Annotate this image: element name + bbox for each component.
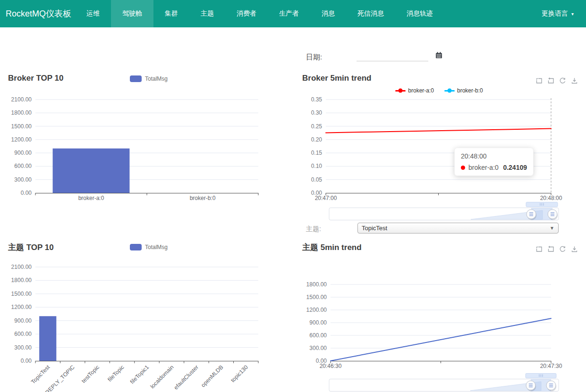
tab-topic[interactable]: 主题 bbox=[189, 0, 225, 27]
broker-trend-title: Broker 5min trend bbox=[302, 74, 371, 83]
svg-text:600.00: 600.00 bbox=[309, 332, 327, 339]
refresh-icon[interactable] bbox=[559, 77, 567, 85]
zoom-reset-icon[interactable] bbox=[547, 77, 555, 85]
tooltip-time: 20:48:00 bbox=[461, 152, 527, 160]
svg-text:0.20: 0.20 bbox=[311, 136, 323, 143]
svg-text:TopicTest: TopicTest bbox=[30, 364, 51, 385]
svg-text:900.00: 900.00 bbox=[309, 319, 327, 326]
svg-text:fileTopic1: fileTopic1 bbox=[129, 364, 151, 385]
svg-text:1500.00: 1500.00 bbox=[11, 291, 32, 297]
svg-text:0.10: 0.10 bbox=[311, 163, 323, 169]
topic-top10-bar-chart[interactable]: 0.00300.00600.00900.001200.001500.001800… bbox=[0, 259, 264, 392]
svg-text:topic130: topic130 bbox=[229, 364, 249, 384]
legend-dot bbox=[399, 89, 403, 93]
topic-select[interactable]: TopicTest ▼ bbox=[357, 223, 559, 234]
legend-label: TotalMsg bbox=[145, 75, 168, 82]
chevron-down-icon: ▼ bbox=[550, 225, 554, 231]
broker-top10-legend[interactable]: TotalMsg bbox=[130, 75, 168, 82]
legend-label: TotalMsg bbox=[145, 244, 168, 250]
calendar-icon[interactable] bbox=[435, 51, 443, 59]
topic-trend-datazoom-slider[interactable] bbox=[328, 373, 560, 392]
broker-trend-line-chart[interactable]: 0.000.050.100.150.200.250.300.3520:47:00… bbox=[302, 93, 586, 204]
tooltip-value: 0.24109 bbox=[503, 164, 527, 171]
rocketmq-dashboard: { "colors": { "navbar_bg": "#0C9C8A", "b… bbox=[0, 0, 586, 392]
svg-text:1500.00: 1500.00 bbox=[306, 294, 327, 300]
topic-label: 主题: bbox=[306, 225, 321, 234]
tab-dashboard[interactable]: 驾驶舱 bbox=[111, 0, 153, 27]
tab-ops[interactable]: 运维 bbox=[75, 0, 111, 27]
broker-top10-title: Broker TOP 10 bbox=[8, 74, 64, 83]
svg-text:openMLDB: openMLDB bbox=[200, 364, 224, 388]
language-switcher[interactable]: 更换语言 ▾ bbox=[542, 0, 574, 27]
legend-item-broker-a[interactable]: broker-a:0 bbox=[395, 87, 434, 94]
svg-text:1500.00: 1500.00 bbox=[11, 123, 32, 130]
svg-text:20:47:30: 20:47:30 bbox=[540, 363, 562, 369]
svg-text:broker-a:0: broker-a:0 bbox=[78, 195, 104, 201]
svg-text:20:46:30: 20:46:30 bbox=[320, 363, 342, 369]
svg-text:localdomain: localdomain bbox=[149, 364, 175, 390]
zoom-reset-icon[interactable] bbox=[547, 245, 555, 253]
svg-text:efaultCluster: efaultCluster bbox=[172, 364, 200, 391]
broker-trend-legend: broker-a:0 broker-b:0 bbox=[359, 87, 519, 94]
app-title: RocketMQ仪表板 bbox=[6, 8, 71, 19]
zoom-select-icon[interactable] bbox=[535, 245, 543, 253]
svg-text:20:47:00: 20:47:00 bbox=[315, 195, 337, 201]
svg-text:1200.00: 1200.00 bbox=[11, 136, 32, 143]
svg-text:600.00: 600.00 bbox=[14, 163, 32, 169]
language-label: 更换语言 bbox=[542, 9, 568, 18]
topic-trend-toolbar bbox=[535, 245, 578, 253]
tab-message-trace[interactable]: 消息轨迹 bbox=[395, 0, 444, 27]
topic-select-value: TopicTest bbox=[362, 225, 387, 232]
svg-text:20:48:00: 20:48:00 bbox=[540, 195, 562, 201]
svg-text:1800.00: 1800.00 bbox=[306, 281, 327, 288]
topic-top10-title: 主题 TOP 10 bbox=[8, 242, 54, 253]
legend-dot bbox=[448, 89, 452, 93]
topic-top10-legend[interactable]: TotalMsg bbox=[130, 244, 168, 250]
svg-text:900.00: 900.00 bbox=[14, 150, 32, 156]
svg-text:1200.00: 1200.00 bbox=[306, 307, 327, 313]
svg-text:900.00: 900.00 bbox=[14, 317, 32, 324]
svg-text:fileTopic: fileTopic bbox=[106, 364, 126, 383]
svg-text:300.00: 300.00 bbox=[14, 344, 32, 351]
download-icon[interactable] bbox=[570, 245, 578, 253]
legend-line-mark bbox=[444, 90, 455, 92]
svg-text:0.00: 0.00 bbox=[21, 358, 32, 364]
date-input[interactable] bbox=[357, 50, 428, 61]
top-navbar: RocketMQ仪表板 运维 驾驶舱 集群 主题 消费者 生产者 消息 死信消息… bbox=[0, 0, 586, 27]
svg-text:0.15: 0.15 bbox=[311, 150, 323, 156]
svg-text:0.25: 0.25 bbox=[311, 123, 323, 130]
legend-line-mark bbox=[395, 90, 406, 92]
tab-cluster[interactable]: 集群 bbox=[153, 0, 189, 27]
legend-label: broker-a:0 bbox=[408, 87, 434, 94]
download-icon[interactable] bbox=[570, 77, 578, 85]
svg-text:2100.00: 2100.00 bbox=[11, 96, 32, 103]
svg-text:300.00: 300.00 bbox=[309, 345, 327, 351]
zoom-select-icon[interactable] bbox=[535, 77, 543, 85]
svg-text:0.35: 0.35 bbox=[311, 96, 323, 103]
svg-text:1800.00: 1800.00 bbox=[11, 109, 32, 116]
svg-text:1800.00: 1800.00 bbox=[11, 277, 32, 284]
tab-producer[interactable]: 生产者 bbox=[268, 0, 310, 27]
refresh-icon[interactable] bbox=[559, 245, 567, 253]
tooltip-series-name: broker-a:0 bbox=[468, 164, 499, 171]
svg-text:1200.00: 1200.00 bbox=[11, 304, 32, 310]
legend-item-broker-b[interactable]: broker-b:0 bbox=[444, 87, 483, 94]
svg-text:broker-b:0: broker-b:0 bbox=[190, 195, 216, 201]
legend-swatch bbox=[130, 75, 142, 82]
tab-message[interactable]: 消息 bbox=[310, 0, 346, 27]
chevron-down-icon: ▾ bbox=[571, 11, 574, 17]
broker-top10-bar-chart[interactable]: 0.00300.00600.00900.001200.001500.001800… bbox=[0, 91, 264, 209]
topic-trend-title: 主题 5min trend bbox=[302, 242, 362, 253]
svg-text:2100.00: 2100.00 bbox=[11, 264, 32, 270]
topic-trend-line-chart[interactable]: 0.00300.00600.00900.001200.001500.001800… bbox=[302, 263, 586, 374]
date-label: 日期: bbox=[306, 53, 322, 62]
broker-trend-datazoom-slider[interactable] bbox=[328, 201, 560, 222]
svg-text:0.30: 0.30 bbox=[311, 109, 323, 116]
svg-text:0.00: 0.00 bbox=[21, 190, 32, 196]
svg-text:300.00: 300.00 bbox=[14, 176, 32, 183]
tab-consumer[interactable]: 消费者 bbox=[225, 0, 268, 27]
tab-dlq-message[interactable]: 死信消息 bbox=[346, 0, 395, 27]
legend-label: broker-b:0 bbox=[457, 87, 483, 94]
broker-trend-toolbar bbox=[535, 77, 578, 85]
chart-tooltip: 20:48:00 broker-a:0 0.24109 bbox=[454, 148, 534, 176]
